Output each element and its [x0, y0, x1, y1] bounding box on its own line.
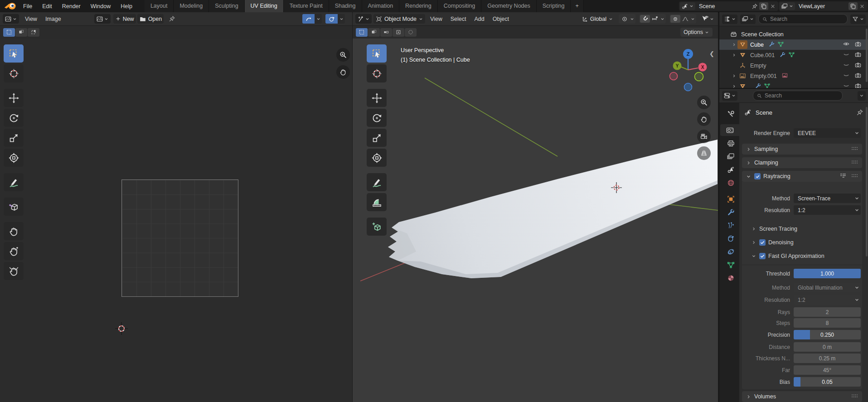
tool-scale[interactable] [367, 129, 387, 147]
outliner-scrollbar[interactable] [866, 29, 868, 82]
fast-gi-checkbox[interactable] [759, 253, 766, 259]
options-button[interactable]: Options [680, 28, 713, 37]
new-view-layer-copy-icon[interactable] [849, 2, 858, 10]
uv-select-mode-1[interactable] [3, 28, 15, 37]
topbar-menu-render[interactable]: Render [57, 3, 86, 10]
tool-cursor[interactable] [4, 64, 24, 82]
viewport-ortho-toggle-button[interactable] [697, 146, 711, 160]
properties-tab-world[interactable] [722, 177, 739, 189]
tool-grab[interactable] [4, 222, 24, 240]
properties-search-input[interactable]: Search [753, 91, 843, 101]
render-engine-dropdown[interactable]: EEVEE [794, 128, 861, 138]
outliner-search-input[interactable]: Search [758, 14, 848, 24]
properties-tab-output[interactable] [722, 137, 739, 149]
tool-tweak[interactable] [4, 44, 24, 63]
topbar-menu-window[interactable]: Window [86, 3, 116, 10]
rt-method-dropdown[interactable]: Screen-Trace [794, 194, 861, 203]
view-layer-name[interactable]: ViewLayer [795, 3, 849, 10]
pivot-point-dropdown[interactable] [619, 14, 635, 24]
view-layer-icon[interactable] [780, 2, 795, 10]
new-image-button[interactable]: New [113, 14, 136, 24]
tool-cursor[interactable] [367, 64, 387, 82]
uv-menu-image[interactable]: Image [41, 16, 65, 22]
tool-relax[interactable] [4, 242, 24, 260]
uv-pan-button[interactable] [336, 65, 350, 79]
topbar-menu-edit[interactable]: Edit [37, 3, 57, 10]
render-visibility-camera-icon[interactable] [854, 72, 862, 80]
tool-tweak[interactable] [367, 44, 387, 63]
gizmo-neg-x-axis[interactable] [670, 73, 678, 80]
view-layer-selector[interactable]: ViewLayer [779, 1, 868, 11]
viewport-select-mode-3[interactable] [380, 28, 392, 37]
field-far[interactable]: 45° [794, 365, 861, 375]
uv-editor-type-button[interactable] [3, 14, 19, 24]
pin-icon[interactable] [856, 108, 864, 116]
properties-tab-constraints[interactable] [722, 246, 739, 257]
workspace-tab-sculpting[interactable]: Sculpting [209, 0, 244, 12]
viewport-zoom-button[interactable] [697, 96, 711, 109]
dropdown-resolution[interactable]: 1:2 [794, 295, 861, 305]
plank-object[interactable] [388, 140, 718, 278]
scene-data-icon[interactable] [680, 2, 695, 10]
navigation-gizmo[interactable]: Z Y X [666, 44, 710, 94]
visibility-eye-closed-icon[interactable] [843, 82, 850, 88]
viewport-pan-button[interactable] [697, 112, 711, 126]
subpanel-screen-tracing[interactable]: Screen Tracing [751, 224, 797, 233]
uv-menu-view[interactable]: View [21, 16, 41, 22]
viewport-select-mode-5[interactable] [405, 28, 417, 37]
image-browse-button[interactable] [94, 14, 111, 24]
uv-snap-dropdown[interactable] [315, 14, 322, 24]
gizmo-visibility-dropdown[interactable] [700, 14, 715, 24]
expand-chevron[interactable] [730, 84, 737, 88]
proportional-editing-controls[interactable] [669, 14, 696, 24]
outliner-item[interactable] [719, 81, 868, 88]
tool-move[interactable] [4, 89, 24, 107]
outliner-item-cube[interactable]: Cube [719, 39, 868, 50]
workspace-tab-modeling[interactable]: Modeling [174, 0, 209, 12]
workspace-tab-shading[interactable]: Shading [329, 0, 362, 12]
mode-selector[interactable]: Object Mode [373, 14, 425, 24]
viewport-select-mode-1[interactable] [356, 28, 368, 37]
viewport-select-mode-4[interactable] [393, 28, 404, 37]
expand-chevron[interactable] [730, 53, 737, 58]
tool-transform[interactable] [4, 149, 24, 167]
viewport-canvas[interactable]: User Perspective (1) Scene Collection | … [353, 39, 718, 402]
delete-view-layer-icon[interactable] [858, 2, 867, 10]
workspace-tab-texture-paint[interactable]: Texture Paint [284, 0, 329, 12]
tool-annotate[interactable] [4, 173, 24, 191]
tool-transform[interactable] [367, 149, 387, 167]
delete-scene-icon[interactable] [768, 2, 777, 10]
outliner-display-mode-button[interactable] [722, 15, 737, 24]
uv-zoom-button[interactable] [336, 48, 350, 62]
field-steps[interactable]: 8 [794, 318, 861, 328]
slider-bias[interactable]: 0.05 [794, 377, 861, 387]
tool-pinch[interactable] [4, 262, 24, 280]
viewport-select-mode-2[interactable] [368, 28, 380, 37]
panel-sampling[interactable]: Sampling [742, 144, 862, 155]
tool-rotate[interactable] [4, 109, 24, 127]
pin-icon[interactable] [750, 2, 759, 10]
uv-select-mode-3[interactable] [28, 28, 39, 37]
render-visibility-camera-icon[interactable] [854, 40, 862, 49]
workspace-tab-animation[interactable]: Animation [362, 0, 400, 12]
scene-name[interactable]: Scene [695, 3, 750, 10]
tool-rip-region[interactable] [4, 198, 24, 216]
transform-orientation-dropdown[interactable]: Global [579, 14, 615, 24]
properties-editor-type-button[interactable] [722, 91, 737, 101]
workspace-tab-geometry-nodes[interactable]: Geometry Nodes [481, 0, 536, 12]
dropdown-method[interactable]: Global Illumination [794, 283, 861, 292]
pin-icon[interactable] [168, 15, 176, 23]
viewport-menu-add[interactable]: Add [470, 16, 489, 22]
tool-move[interactable] [367, 89, 387, 107]
topbar-menu-help[interactable]: Help [116, 3, 137, 10]
outliner-filter-collection-button[interactable] [740, 15, 756, 24]
render-visibility-camera-icon[interactable] [854, 82, 862, 88]
scene-selector[interactable]: Scene [679, 1, 778, 11]
panel-volumes[interactable]: Volumes [742, 391, 862, 402]
properties-tab-physics[interactable] [722, 232, 739, 244]
denoising-checkbox[interactable] [759, 239, 766, 246]
subpanel-fast-gi[interactable]: Fast GI Approximation [751, 252, 824, 261]
outliner-item-cube-001[interactable]: Cube.001 [719, 50, 868, 60]
uv-proportional-toggle[interactable] [325, 14, 338, 24]
tool-measure[interactable] [367, 193, 387, 211]
